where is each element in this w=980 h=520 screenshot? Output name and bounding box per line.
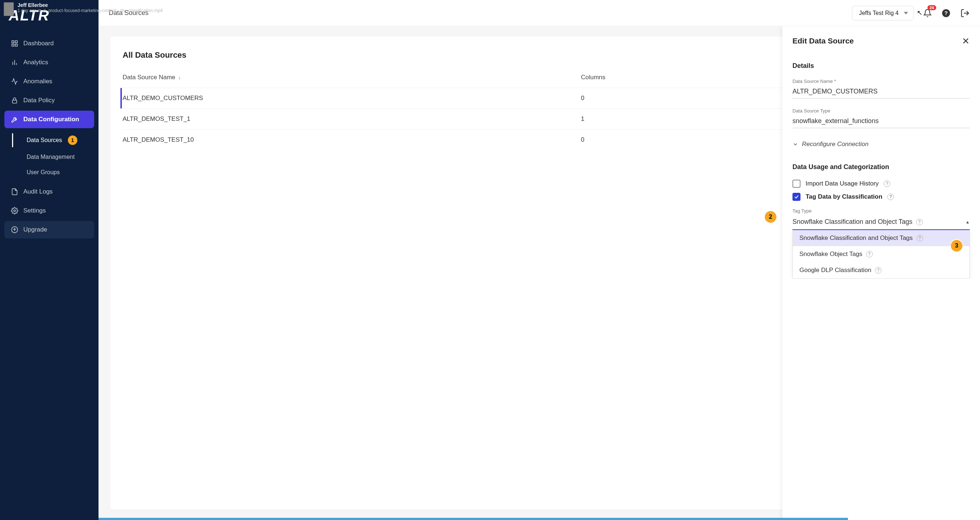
col-header-columns[interactable]: Columns <box>581 74 748 81</box>
nav-analytics[interactable]: Analytics <box>5 54 94 71</box>
subnav-label: Data Sources <box>27 137 62 144</box>
rig-label: Jeffs Test Rig 4 <box>859 10 899 16</box>
lock-icon <box>11 97 18 104</box>
notification-count: 24 <box>928 5 936 10</box>
help-icon[interactable]: ? <box>916 219 923 225</box>
main: Data Sources Jeffs Test Rig 4 24 ? ↖ All… <box>99 0 980 520</box>
tag-classification-checkbox[interactable] <box>792 193 800 201</box>
nav-dashboard[interactable]: Dashboard <box>5 35 94 52</box>
logout-button[interactable] <box>960 8 970 18</box>
nav-settings[interactable]: Settings <box>5 202 94 220</box>
content-area: All Data Sources Data Source Name ↓ Colu… <box>99 26 980 520</box>
gear-icon <box>11 207 18 214</box>
field-ds-name: Data Source Name * ALTR_DEMO_CUSTOMERS <box>792 78 970 99</box>
checkbox-label: Import Data Usage History <box>806 180 878 187</box>
file-icon <box>11 188 18 195</box>
upgrade-icon <box>11 226 18 233</box>
cell-columns: 0 <box>581 136 748 144</box>
nav-label: Settings <box>23 207 46 214</box>
nav-label: Dashboard <box>23 40 54 47</box>
help-button[interactable]: ? <box>941 8 951 18</box>
help-icon[interactable]: ? <box>887 193 894 200</box>
nav-label: Upgrade <box>23 226 47 233</box>
svg-rect-3 <box>12 44 14 46</box>
svg-text:?: ? <box>944 10 948 16</box>
help-icon[interactable]: ? <box>916 235 923 241</box>
help-icon: ? <box>941 8 951 18</box>
nav-audit-logs[interactable]: Audit Logs <box>5 183 94 201</box>
cell-name: ALTR_DEMOS_TEST_10 <box>123 136 581 144</box>
sidebar: ALTR Dashboard Analytics Anomalies Data … <box>0 0 99 520</box>
dashboard-icon <box>11 40 18 47</box>
select-value: Snowflake Classification and Object Tags <box>792 218 913 226</box>
nav-anomalies[interactable]: Anomalies <box>5 73 94 90</box>
tag-type-select[interactable]: Snowflake Classification and Object Tags… <box>792 216 970 230</box>
step-badge-1: 1 <box>68 136 77 145</box>
help-icon[interactable]: ? <box>875 267 881 273</box>
checkbox-label: Tag Data by Classification <box>806 193 882 201</box>
tag-by-classification-row: Tag Data by Classification ? <box>792 193 970 201</box>
svg-rect-8 <box>13 100 17 103</box>
anomalies-icon <box>11 78 18 85</box>
nav-data-policy[interactable]: Data Policy <box>5 92 94 109</box>
ds-type-input[interactable]: snowflake_external_functions <box>792 116 970 128</box>
nav-label: Audit Logs <box>23 188 52 195</box>
logo: ALTR <box>0 0 99 35</box>
rig-selector[interactable]: Jeffs Test Rig 4 <box>852 6 913 21</box>
logout-icon <box>960 8 970 18</box>
sort-down-icon: ↓ <box>178 75 181 80</box>
nav: Dashboard Analytics Anomalies Data Polic… <box>0 35 99 238</box>
cell-name: ALTR_DEMOS_TEST_1 <box>123 115 581 123</box>
notification-bell[interactable]: 24 <box>923 9 932 18</box>
breadcrumb: Data Sources <box>109 9 148 17</box>
subnav-label: Data Management <box>27 154 75 160</box>
edit-panel: Edit Data Source Details Data Source Nam… <box>782 26 980 520</box>
svg-rect-4 <box>15 44 18 46</box>
chevron-down-icon <box>792 141 798 147</box>
tag-type-dropdown: Snowflake Classification and Object Tags… <box>792 230 970 279</box>
field-label: Data Source Type <box>792 108 970 113</box>
close-button[interactable] <box>962 37 970 45</box>
cell-columns: 0 <box>581 94 748 102</box>
tag-type-label: Tag Type <box>792 208 970 214</box>
subnav-data-sources[interactable]: Data Sources 1 <box>12 131 94 149</box>
reconfigure-toggle[interactable]: Reconfigure Connection <box>792 138 970 157</box>
subnav: Data Sources 1 Data Management User Grou… <box>11 131 94 180</box>
field-ds-type: Data Source Type snowflake_external_func… <box>792 108 970 128</box>
ds-name-input[interactable]: ALTR_DEMO_CUSTOMERS <box>792 86 970 99</box>
topbar: Data Sources Jeffs Test Rig 4 24 ? ↖ <box>99 0 980 26</box>
nav-label: Data Policy <box>23 97 55 104</box>
field-label: Data Source Name * <box>792 78 970 84</box>
chevron-up-icon: ▲ <box>966 220 970 225</box>
step-badge-2: 2 <box>765 211 776 223</box>
nav-label: Analytics <box>23 59 48 66</box>
details-heading: Details <box>792 62 970 70</box>
dropdown-option[interactable]: Snowflake Object Tags ? <box>793 246 969 262</box>
col-header-name[interactable]: Data Source Name ↓ <box>123 74 581 81</box>
wrench-icon <box>11 116 18 123</box>
nav-label: Anomalies <box>23 78 52 85</box>
analytics-icon <box>11 59 18 66</box>
close-icon <box>962 37 970 45</box>
subnav-user-groups[interactable]: User Groups <box>12 165 94 180</box>
video-progress-bar[interactable] <box>99 518 848 520</box>
subnav-label: User Groups <box>27 169 60 175</box>
usage-heading: Data Usage and Categorization <box>792 163 970 171</box>
cell-name: ALTR_DEMO_CUSTOMERS <box>123 94 581 102</box>
nav-upgrade[interactable]: Upgrade <box>5 221 94 238</box>
subnav-data-management[interactable]: Data Management <box>12 149 94 165</box>
step-badge-3: 3 <box>951 240 963 252</box>
help-icon[interactable]: ? <box>884 180 890 187</box>
dropdown-option[interactable]: Google DLP Classification ? <box>793 262 969 278</box>
svg-point-9 <box>14 210 16 212</box>
nav-data-configuration[interactable]: Data Configuration <box>5 111 94 128</box>
dropdown-option[interactable]: Snowflake Classification and Object Tags… <box>793 230 969 246</box>
import-history-row: Import Data Usage History ? <box>792 180 970 188</box>
import-history-checkbox[interactable] <box>792 180 800 188</box>
svg-rect-1 <box>12 41 14 43</box>
help-icon[interactable]: ? <box>866 251 873 257</box>
panel-title: Edit Data Source <box>792 37 854 45</box>
svg-rect-2 <box>15 41 18 43</box>
nav-label: Data Configuration <box>23 116 79 123</box>
check-icon <box>794 194 799 199</box>
